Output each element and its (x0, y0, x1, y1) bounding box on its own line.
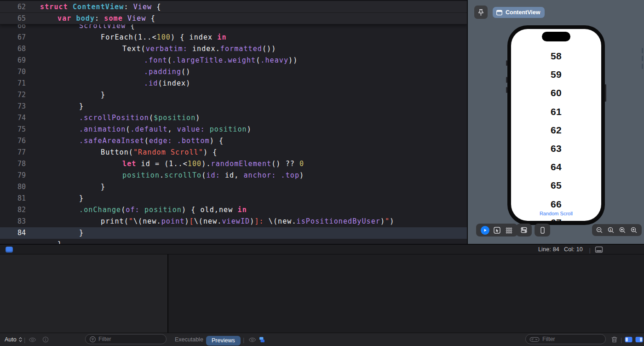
variables-filter-input[interactable]: Filter (85, 334, 167, 344)
svg-text:1: 1 (610, 228, 611, 231)
code-line[interactable]: 82.onChange(of: position) { old,new in (0, 204, 467, 216)
code-text: .safeAreaInset(edge: .bottom) { (79, 135, 224, 147)
line-number[interactable]: 71 (0, 78, 26, 89)
variable-scope-selector[interactable]: Auto (5, 336, 17, 343)
column-indicator: Col: 10 (564, 246, 583, 253)
action-button (506, 60, 507, 66)
zoom-100-button[interactable]: 1 (606, 224, 616, 236)
code-text: .scrollPosition($position) (79, 112, 200, 124)
sticky-code-line[interactable]: 62struct ContentView: View { (0, 1, 467, 13)
filter-placeholder: Filter (98, 336, 111, 342)
console-eye-button[interactable] (248, 333, 256, 346)
code-text: var body: some View { (58, 13, 155, 24)
list-number: 67 (511, 217, 601, 221)
line-number[interactable]: 82 (0, 204, 26, 216)
code-text: let id = (1..<100).randomElement() ?? 0 (122, 158, 304, 170)
pin-preview-button[interactable] (474, 6, 488, 19)
code-line[interactable]: 80} (0, 181, 467, 193)
previews-tab[interactable]: Previews (206, 336, 241, 346)
toggle-console-panel-button[interactable] (635, 333, 643, 346)
line-number[interactable]: 77 (0, 147, 26, 158)
code-line[interactable]: 70.padding() (0, 66, 467, 78)
show-variables-eye-button[interactable] (29, 333, 36, 346)
chevron-up-down-icon[interactable] (18, 336, 23, 343)
code-line[interactable]: 76.safeAreaInset(edge: .bottom) { (0, 135, 467, 147)
list-number: 59 (511, 69, 601, 80)
device-screen[interactable]: 57 58596061626364656667 Random Scroll (511, 29, 601, 221)
zoom-fit-icon (619, 226, 627, 234)
line-number[interactable]: 76 (0, 135, 26, 147)
preview-tab-contentview[interactable]: ContentView (493, 7, 545, 18)
previews-stack-icon (259, 336, 265, 343)
toggle-variables-panel-button[interactable] (625, 333, 632, 346)
code-line[interactable]: 75.animation(.default, value: position) (0, 124, 467, 135)
console-view[interactable] (168, 254, 644, 333)
console-filter-input[interactable]: Filter (525, 334, 606, 344)
line-number[interactable]: 69 (0, 55, 26, 66)
line-number[interactable]: 78 (0, 158, 26, 170)
code-line[interactable]: 79position.scrollTo(id: id, anchor: .top… (0, 170, 467, 181)
device-picker-button[interactable] (536, 224, 548, 236)
pushpin-icon (477, 9, 484, 16)
adjust-editor-options-icon[interactable] (594, 246, 604, 254)
line-number[interactable]: 65 (0, 13, 26, 24)
line-number[interactable]: 70 (0, 66, 26, 78)
code-line[interactable]: 81} (0, 193, 467, 204)
swift-file-icon[interactable] (6, 247, 13, 253)
zoom-100-icon: 1 (607, 226, 615, 234)
line-number[interactable]: 67 (0, 32, 26, 43)
code-line[interactable]: 83print("\(new.point)[\(new.viewID)]: \(… (0, 216, 467, 227)
variants-mode-button[interactable] (503, 224, 515, 236)
zoom-in-button[interactable] (629, 224, 639, 236)
code-line[interactable]: } (0, 239, 467, 244)
zoom-out-button[interactable] (594, 224, 605, 236)
code-text: ForEach(1..<100) { index in (101, 32, 227, 43)
list-number: 62 (511, 125, 601, 136)
code-line[interactable]: 74.scrollPosition($position) (0, 112, 467, 124)
code-line[interactable]: 67ForEach(1..<100) { index in (0, 32, 467, 43)
code-line[interactable]: 72} (0, 89, 467, 101)
code-line[interactable]: 84} (0, 227, 467, 239)
code-line[interactable]: 71.id(index) (0, 78, 467, 89)
variants-grid-icon (505, 226, 513, 234)
code-text: } (101, 89, 105, 101)
clear-console-button[interactable] (611, 333, 618, 346)
list-number: 65 (511, 180, 601, 191)
line-number[interactable]: 73 (0, 101, 26, 112)
line-number[interactable]: 72 (0, 89, 26, 101)
separator: | (243, 333, 244, 346)
device-settings-button[interactable] (518, 224, 530, 236)
info-button[interactable] (42, 333, 49, 346)
code-line[interactable]: 73} (0, 101, 467, 112)
live-preview-button[interactable] (479, 224, 491, 236)
line-number[interactable]: 62 (0, 1, 26, 13)
preview-canvas: ContentView 57 58596061626364656667 Rand… (467, 0, 644, 244)
code-line[interactable]: 78let id = (1..<100).randomElement() ?? … (0, 158, 467, 170)
app-window-icon (496, 9, 503, 16)
code-line[interactable]: 69.font(.largeTitle.weight(.heavy)) (0, 55, 467, 66)
selectable-mode-button[interactable] (491, 224, 503, 236)
random-scroll-button[interactable]: Random Scroll (511, 211, 601, 216)
preview-toolbar: 1 (468, 223, 644, 244)
volume-up-button (506, 77, 507, 83)
zoom-fit-button[interactable] (617, 224, 628, 236)
code-text: Button("Random Scroll") { (101, 147, 217, 158)
previews-process-button[interactable] (259, 333, 265, 346)
line-number[interactable]: 84 (0, 227, 26, 239)
preview-scrollbar[interactable] (642, 48, 643, 105)
line-number[interactable]: 81 (0, 193, 26, 204)
line-number[interactable]: 75 (0, 124, 26, 135)
variables-view[interactable] (0, 254, 167, 333)
code-text: .font(.largeTitle.weight(.heavy)) (144, 55, 298, 66)
sticky-code-line[interactable]: 65var body: some View { (0, 13, 467, 24)
line-number[interactable]: 79 (0, 170, 26, 181)
line-number[interactable]: 74 (0, 112, 26, 124)
line-number[interactable]: 83 (0, 216, 26, 227)
line-number[interactable]: 80 (0, 181, 26, 193)
code-editor[interactable]: 66ScrollView {67ForEach(1..<100) { index… (0, 0, 467, 244)
executable-tab[interactable]: Executable (175, 333, 203, 346)
code-line[interactable]: 77Button("Random Scroll") { (0, 147, 467, 158)
list-number: 63 (511, 143, 601, 154)
line-number[interactable]: 68 (0, 43, 26, 55)
code-line[interactable]: 68Text(verbatim: index.formatted()) (0, 43, 467, 55)
